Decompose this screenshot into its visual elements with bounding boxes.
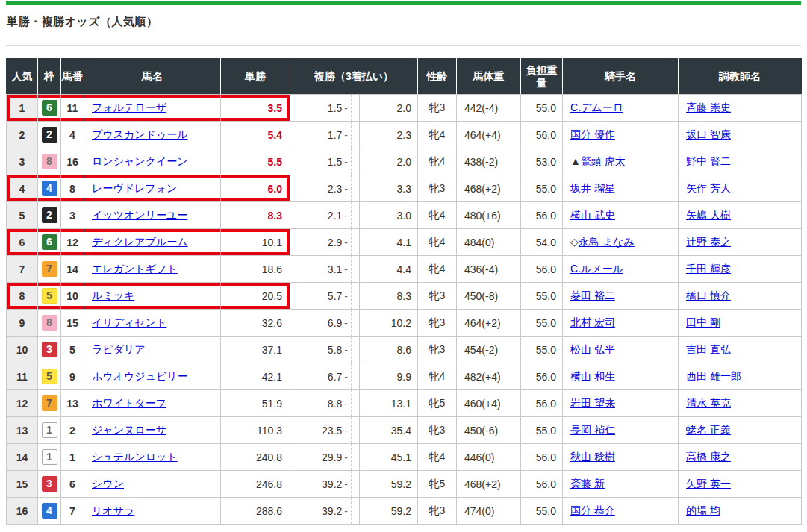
trainer-link[interactable]: 清水 英克 (686, 397, 731, 409)
place-odds-low-cell: 39.2- (290, 471, 352, 498)
place-odds-low: 3.1 (328, 263, 342, 275)
trainer-link[interactable]: 高橋 康之 (686, 451, 731, 463)
horse-name-link[interactable]: イッツオンリーユー (92, 209, 187, 221)
load-weight-cell: 56.0 (521, 363, 563, 390)
win-odds-cell: 37.1 (221, 337, 290, 363)
jockey-link[interactable]: 坂井 瑠星 (570, 182, 615, 194)
horse-name-cell: イッツオンリーユー (84, 202, 221, 229)
place-odds-separator: - (342, 425, 348, 436)
horse-name-link[interactable]: ロンシャンクイーン (92, 155, 188, 167)
frame-number-badge: 4 (42, 181, 57, 196)
frame-number-badge: 8 (42, 154, 57, 169)
place-odds-high-cell: 2.0 (360, 148, 418, 175)
win-odds-cell: 51.9 (221, 390, 290, 417)
trainer-link[interactable]: 橋口 慎介 (686, 290, 731, 301)
horse-name-cell: ホウオウジュビリー (84, 363, 221, 390)
jockey-cell: ◇永島 まなみ (563, 229, 679, 256)
place-odds-high-cell: 3.0 (360, 202, 418, 229)
jockey-link[interactable]: C.ルメール (570, 263, 623, 275)
horse-name-link[interactable]: フォルテローザ (92, 101, 166, 113)
horse-name-link[interactable]: シウン (92, 478, 124, 489)
jockey-link[interactable]: 秋山 稔樹 (570, 451, 615, 463)
horse-name-link[interactable]: シュテルンロット (92, 451, 178, 463)
horse-name-link[interactable]: ラピダリア (92, 343, 146, 355)
horse-name-link[interactable]: レーヴドレフォン (92, 182, 177, 194)
horse-name-link[interactable]: ホワイトターフ (92, 397, 166, 409)
load-weight-cell: 55.0 (521, 175, 563, 202)
place-odds-separator: - (342, 156, 348, 168)
frame-cell: 3 (38, 337, 61, 363)
horse-number-cell: 8 (61, 175, 84, 202)
jockey-link[interactable]: 永島 まなみ (579, 236, 635, 248)
trainer-link[interactable]: 矢作 芳人 (686, 182, 731, 194)
place-odds-divider (352, 122, 360, 148)
place-odds-separator: - (342, 317, 348, 329)
horse-name-link[interactable]: ジャンヌローサ (92, 424, 166, 436)
trainer-cell: 的場 均 (679, 498, 802, 525)
horse-name-link[interactable]: プウスカンドゥール (92, 128, 188, 140)
jockey-link[interactable]: C.デムーロ (570, 101, 623, 113)
jockey-link[interactable]: 長岡 禎仁 (570, 424, 615, 436)
trainer-cell: 蛯名 正義 (679, 417, 802, 444)
jockey-link[interactable]: 北村 宏司 (570, 316, 615, 328)
trainer-link[interactable]: 矢野 英一 (686, 478, 731, 489)
top-accent-bar (6, 1, 801, 5)
horse-name-link[interactable]: ルミッキ (92, 290, 134, 301)
horse-name-link[interactable]: ディクレアブルーム (92, 236, 188, 248)
frame-cell: 7 (38, 390, 61, 417)
trainer-link[interactable]: 千田 輝彦 (686, 263, 731, 275)
place-odds-divider (352, 471, 360, 498)
jockey-link[interactable]: 鷲頭 虎太 (581, 155, 626, 167)
rank-cell: 9 (7, 310, 38, 337)
load-weight-cell: 56.0 (521, 471, 563, 498)
jockey-mark: ▲ (570, 155, 581, 167)
frame-number-badge: 6 (42, 234, 57, 250)
jockey-link[interactable]: 横山 武史 (570, 209, 615, 221)
horse-name-link[interactable]: リオサラ (92, 504, 134, 516)
trainer-link[interactable]: 野中 賢二 (686, 155, 731, 167)
jockey-link[interactable]: 岩田 望来 (570, 397, 615, 409)
horse-name-link[interactable]: ホウオウジュビリー (92, 370, 188, 382)
sex-age-cell: 牝3 (418, 417, 457, 444)
place-odds-separator: - (342, 505, 348, 517)
jockey-cell: C.デムーロ (563, 95, 679, 122)
trainer-link[interactable]: 辻野 泰之 (686, 236, 731, 248)
place-odds-low-cell: 2.3- (290, 175, 352, 202)
trainer-cell: 矢作 芳人 (679, 175, 802, 202)
place-odds-separator: - (342, 263, 348, 275)
place-odds-high-cell: 35.4 (360, 417, 418, 444)
jockey-link[interactable]: 国分 優作 (570, 128, 615, 140)
place-odds-low-cell: 23.5- (290, 417, 352, 444)
trainer-link[interactable]: 矢嶋 大樹 (686, 209, 731, 221)
trainer-cell: 高橋 康之 (679, 444, 802, 471)
col-header-jockey: 騎手名 (563, 59, 679, 95)
trainer-link[interactable]: 田中 剛 (686, 316, 720, 328)
place-odds-divider (352, 202, 360, 229)
horse-weight-cell: 438(-2) (457, 148, 521, 175)
jockey-cell: 横山 和生 (563, 363, 679, 390)
place-odds-divider (352, 363, 360, 390)
jockey-link[interactable]: 横山 和生 (570, 370, 615, 382)
col-header-load: 負担重量 (521, 59, 563, 95)
horse-name-link[interactable]: エレガントギフト (92, 263, 178, 275)
col-header-frame: 枠 (38, 59, 61, 95)
win-odds-cell: 246.8 (221, 471, 290, 498)
trainer-link[interactable]: 吉田 直弘 (686, 343, 731, 355)
jockey-link[interactable]: 国分 恭介 (570, 504, 615, 516)
trainer-link[interactable]: 斉藤 崇史 (686, 101, 731, 113)
trainer-link[interactable]: 的場 均 (686, 504, 720, 516)
jockey-link[interactable]: 斎藤 新 (570, 478, 605, 489)
place-odds-low: 29.9 (322, 451, 342, 463)
trainer-link[interactable]: 西田 雄一郎 (686, 370, 741, 382)
horse-name-link[interactable]: イリディセント (92, 316, 166, 328)
horse-weight-cell: 484(0) (457, 229, 521, 256)
jockey-link[interactable]: 松山 弘平 (570, 343, 615, 355)
jockey-link[interactable]: 菱田 裕二 (570, 290, 615, 301)
place-odds-separator: - (342, 398, 348, 410)
frame-cell: 5 (38, 363, 61, 390)
horse-weight-cell: 442(-4) (457, 95, 521, 122)
jockey-cell: 坂井 瑠星 (563, 175, 679, 202)
trainer-link[interactable]: 坂口 智康 (686, 128, 731, 140)
horse-name-cell: ディクレアブルーム (84, 229, 221, 256)
trainer-link[interactable]: 蛯名 正義 (686, 424, 731, 436)
